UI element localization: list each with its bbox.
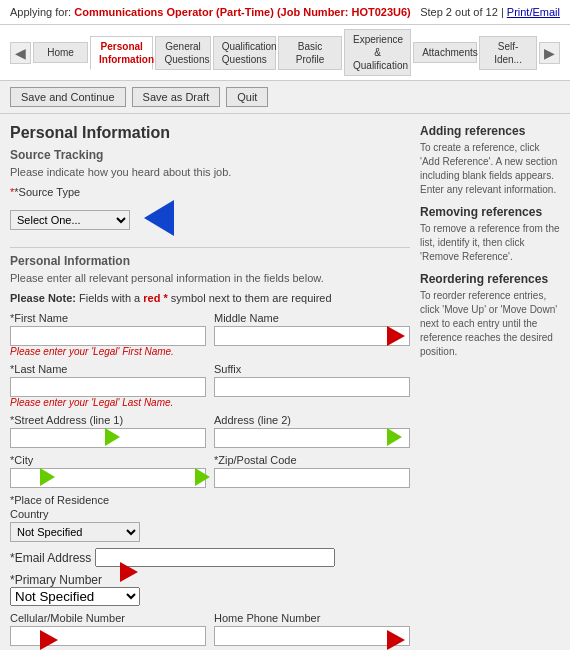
zip-group: *Zip/Postal Code bbox=[214, 454, 410, 488]
green-arrow-address2-icon bbox=[387, 428, 402, 449]
zip-input[interactable] bbox=[214, 468, 410, 488]
first-name-input[interactable] bbox=[10, 326, 206, 346]
source-type-select[interactable]: Select One... bbox=[10, 210, 130, 230]
toolbar: Save and Continue Save as Draft Quit bbox=[0, 81, 570, 114]
green-arrow-street-icon bbox=[105, 428, 120, 449]
zip-label: *Zip/Postal Code bbox=[214, 454, 410, 466]
nav-next-arrow[interactable]: ▶ bbox=[539, 42, 560, 64]
last-name-input[interactable] bbox=[10, 377, 206, 397]
adding-references-title: Adding references bbox=[420, 124, 560, 138]
source-tracking-label: Source Tracking bbox=[10, 148, 410, 162]
form-section: Personal Information Source Tracking Ple… bbox=[10, 124, 410, 650]
email-label: *Email Address bbox=[10, 551, 91, 565]
red-arrow-cellular-icon bbox=[40, 630, 58, 650]
green-arrow-city-icon bbox=[40, 468, 55, 489]
last-name-label: *Last Name bbox=[10, 363, 206, 375]
address2-label: Address (line 2) bbox=[214, 414, 410, 426]
nav-tabs: ◀ Home PersonalInformation GeneralQuesti… bbox=[0, 25, 570, 81]
applying-for-label: Applying for: bbox=[10, 6, 71, 18]
first-name-label: *First Name bbox=[10, 312, 206, 324]
adding-references-text: To create a reference, click 'Add Refere… bbox=[420, 141, 560, 197]
phone-row: Cellular/Mobile Number Home Phone Number bbox=[10, 612, 410, 646]
street-address-label: *Street Address (line 1) bbox=[10, 414, 206, 426]
suffix-group: Suffix bbox=[214, 363, 410, 408]
step-info: Step 2 out of 12 | Print/Email bbox=[420, 6, 560, 18]
address2-input[interactable] bbox=[214, 428, 410, 448]
tab-basic-profile[interactable]: Basic Profile bbox=[278, 36, 342, 70]
personal-info-instruction: Please enter all relevant personal infor… bbox=[10, 272, 410, 284]
green-arrow-zip-icon bbox=[195, 468, 210, 489]
source-type-label: **Source Type bbox=[10, 186, 410, 198]
print-email-link[interactable]: Print/Email bbox=[507, 6, 560, 18]
removing-references-text: To remove a reference from the list, ide… bbox=[420, 222, 560, 264]
personal-info-section-label: Personal Information bbox=[10, 247, 410, 268]
home-phone-input[interactable] bbox=[214, 626, 410, 646]
nav-prev-arrow[interactable]: ◀ bbox=[10, 42, 31, 64]
last-name-group: *Last Name Please enter your 'Legal' Las… bbox=[10, 363, 206, 408]
address2-group: Address (line 2) bbox=[214, 414, 410, 448]
place-of-residence-group: *Place of Residence Country Not Specifie… bbox=[10, 494, 410, 542]
address-row: *Street Address (line 1) Address (line 2… bbox=[10, 414, 410, 448]
name-row: *First Name Please enter your 'Legal' Fi… bbox=[10, 312, 410, 357]
last-name-hint: Please enter your 'Legal' Last Name. bbox=[10, 397, 206, 408]
home-phone-group: Home Phone Number bbox=[214, 612, 410, 646]
tab-personal[interactable]: PersonalInformation bbox=[90, 36, 153, 70]
city-zip-row: *City *Zip/Postal Code bbox=[10, 454, 410, 488]
quit-button[interactable]: Quit bbox=[226, 87, 268, 107]
tab-attachments[interactable]: Attachments bbox=[413, 42, 477, 63]
removing-references-title: Removing references bbox=[420, 205, 560, 219]
source-instruction: Please indicate how you heard about this… bbox=[10, 166, 410, 178]
city-label: *City bbox=[10, 454, 206, 466]
primary-number-select[interactable]: Not Specified bbox=[10, 587, 140, 606]
cellular-label: Cellular/Mobile Number bbox=[10, 612, 206, 624]
middle-name-group: Middle Name bbox=[214, 312, 410, 357]
suffix-input[interactable] bbox=[214, 377, 410, 397]
tab-qualification[interactable]: QualificationQuestions bbox=[213, 36, 276, 70]
main-content: Personal Information Source Tracking Ple… bbox=[0, 114, 570, 650]
tab-experience[interactable]: Experience &Qualification bbox=[344, 29, 411, 76]
home-phone-label: Home Phone Number bbox=[214, 612, 410, 624]
tab-home[interactable]: Home bbox=[33, 42, 88, 63]
source-type-group: **Source Type Select One... bbox=[10, 186, 410, 239]
email-group: *Email Address bbox=[10, 548, 410, 567]
sidebar: Adding references To create a reference,… bbox=[420, 124, 560, 650]
middle-name-label: Middle Name bbox=[214, 312, 410, 324]
save-continue-button[interactable]: Save and Continue bbox=[10, 87, 126, 107]
first-name-group: *First Name Please enter your 'Legal' Fi… bbox=[10, 312, 206, 357]
country-label: Country bbox=[10, 508, 410, 520]
required-note: Please Note: Fields with a red * symbol … bbox=[10, 292, 410, 304]
job-title: Communications Operator (Part-Time) (Job… bbox=[74, 6, 411, 18]
red-arrow-middlename-icon bbox=[387, 326, 405, 349]
reordering-references-text: To reorder reference entries, click 'Mov… bbox=[420, 289, 560, 359]
reordering-references-title: Reordering references bbox=[420, 272, 560, 286]
lastname-row: *Last Name Please enter your 'Legal' Las… bbox=[10, 363, 410, 408]
place-of-residence-label: *Place of Residence bbox=[10, 494, 410, 506]
save-draft-button[interactable]: Save as Draft bbox=[132, 87, 221, 107]
primary-number-label: *Primary Number bbox=[10, 573, 102, 587]
page-title: Personal Information bbox=[10, 124, 410, 142]
middle-name-input[interactable] bbox=[214, 326, 410, 346]
tab-self-id[interactable]: Self-Iden... bbox=[479, 36, 537, 70]
tab-general[interactable]: GeneralQuestions bbox=[155, 36, 210, 70]
country-select[interactable]: Not Specified bbox=[10, 522, 140, 542]
primary-number-group: *Primary Number Not Specified bbox=[10, 573, 410, 606]
top-bar: Applying for: Communications Operator (P… bbox=[0, 0, 570, 25]
blue-arrow-icon bbox=[144, 200, 174, 236]
red-arrow-homephone-icon bbox=[387, 630, 405, 650]
first-name-hint: Please enter your 'Legal' First Name. bbox=[10, 346, 206, 357]
suffix-label: Suffix bbox=[214, 363, 410, 375]
